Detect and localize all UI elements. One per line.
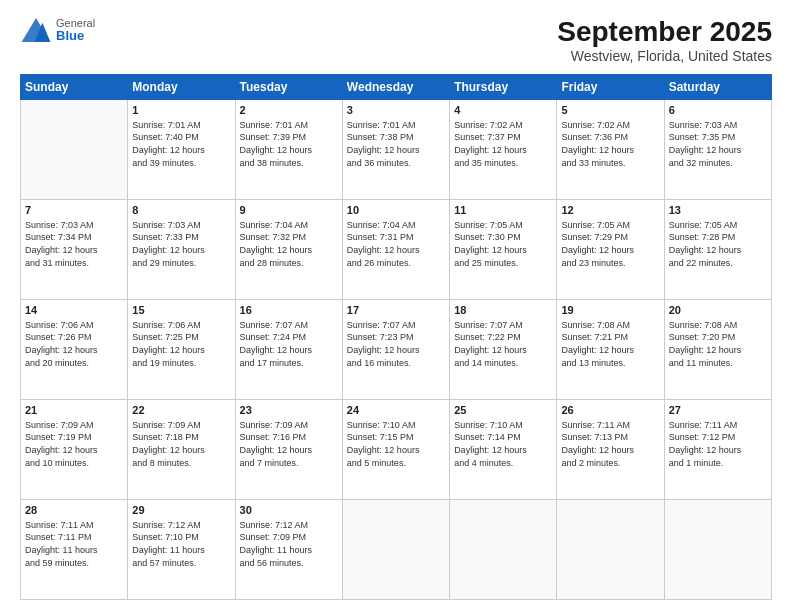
day-number: 26 — [561, 403, 659, 418]
day-number: 3 — [347, 103, 445, 118]
cell-info: Sunrise: 7:07 AM — [454, 319, 552, 332]
cell-info: Sunset: 7:24 PM — [240, 331, 338, 344]
cell-info: Daylight: 12 hours — [561, 344, 659, 357]
cell-info: Sunset: 7:29 PM — [561, 231, 659, 244]
day-number: 14 — [25, 303, 123, 318]
table-row — [557, 500, 664, 600]
table-row — [342, 500, 449, 600]
cell-info: and 1 minute. — [669, 457, 767, 470]
day-number: 5 — [561, 103, 659, 118]
cell-info: Sunrise: 7:06 AM — [132, 319, 230, 332]
cell-info: Daylight: 12 hours — [561, 444, 659, 457]
page: General Blue September 2025 Westview, Fl… — [0, 0, 792, 612]
cell-info: Sunset: 7:13 PM — [561, 431, 659, 444]
cell-info: and 31 minutes. — [25, 257, 123, 270]
cell-info: Daylight: 12 hours — [132, 444, 230, 457]
table-row: 22Sunrise: 7:09 AMSunset: 7:18 PMDayligh… — [128, 400, 235, 500]
cell-info: Sunrise: 7:01 AM — [132, 119, 230, 132]
table-row: 1Sunrise: 7:01 AMSunset: 7:40 PMDaylight… — [128, 100, 235, 200]
cell-info: and 4 minutes. — [454, 457, 552, 470]
cell-info: and 22 minutes. — [669, 257, 767, 270]
cell-info: Sunrise: 7:09 AM — [240, 419, 338, 432]
day-number: 16 — [240, 303, 338, 318]
table-row: 13Sunrise: 7:05 AMSunset: 7:28 PMDayligh… — [664, 200, 771, 300]
day-number: 27 — [669, 403, 767, 418]
cell-info: Sunrise: 7:11 AM — [669, 419, 767, 432]
cell-info: Sunset: 7:32 PM — [240, 231, 338, 244]
cell-info: and 33 minutes. — [561, 157, 659, 170]
cell-info: Daylight: 12 hours — [240, 144, 338, 157]
col-tuesday: Tuesday — [235, 75, 342, 100]
cell-info: and 25 minutes. — [454, 257, 552, 270]
table-row: 14Sunrise: 7:06 AMSunset: 7:26 PMDayligh… — [21, 300, 128, 400]
cell-info: Sunset: 7:30 PM — [454, 231, 552, 244]
logo-icon — [20, 16, 52, 44]
calendar-subtitle: Westview, Florida, United States — [557, 48, 772, 64]
table-row: 21Sunrise: 7:09 AMSunset: 7:19 PMDayligh… — [21, 400, 128, 500]
cell-info: and 28 minutes. — [240, 257, 338, 270]
cell-info: Sunset: 7:31 PM — [347, 231, 445, 244]
cell-info: and 16 minutes. — [347, 357, 445, 370]
cell-info: Sunset: 7:37 PM — [454, 131, 552, 144]
table-row: 23Sunrise: 7:09 AMSunset: 7:16 PMDayligh… — [235, 400, 342, 500]
cell-info: Daylight: 12 hours — [561, 244, 659, 257]
cell-info: Sunrise: 7:10 AM — [454, 419, 552, 432]
table-row: 29Sunrise: 7:12 AMSunset: 7:10 PMDayligh… — [128, 500, 235, 600]
cell-info: and 13 minutes. — [561, 357, 659, 370]
cell-info: and 14 minutes. — [454, 357, 552, 370]
cell-info: and 17 minutes. — [240, 357, 338, 370]
cell-info: Sunset: 7:26 PM — [25, 331, 123, 344]
cell-info: Sunrise: 7:11 AM — [25, 519, 123, 532]
cell-info: Sunrise: 7:10 AM — [347, 419, 445, 432]
cell-info: Sunset: 7:10 PM — [132, 531, 230, 544]
cell-info: and 19 minutes. — [132, 357, 230, 370]
cell-info: Sunrise: 7:09 AM — [25, 419, 123, 432]
cell-info: Sunset: 7:23 PM — [347, 331, 445, 344]
cell-info: Daylight: 12 hours — [347, 244, 445, 257]
cell-info: Sunset: 7:16 PM — [240, 431, 338, 444]
day-number: 8 — [132, 203, 230, 218]
cell-info: Daylight: 12 hours — [669, 444, 767, 457]
day-number: 18 — [454, 303, 552, 318]
cell-info: Daylight: 12 hours — [454, 444, 552, 457]
cell-info: Sunset: 7:21 PM — [561, 331, 659, 344]
cell-info: Sunrise: 7:06 AM — [25, 319, 123, 332]
table-row: 27Sunrise: 7:11 AMSunset: 7:12 PMDayligh… — [664, 400, 771, 500]
day-number: 29 — [132, 503, 230, 518]
cell-info: Sunset: 7:38 PM — [347, 131, 445, 144]
day-number: 1 — [132, 103, 230, 118]
day-number: 7 — [25, 203, 123, 218]
cell-info: and 7 minutes. — [240, 457, 338, 470]
cell-info: Sunrise: 7:03 AM — [25, 219, 123, 232]
cell-info: Sunrise: 7:09 AM — [132, 419, 230, 432]
cell-info: Daylight: 12 hours — [25, 244, 123, 257]
table-row: 16Sunrise: 7:07 AMSunset: 7:24 PMDayligh… — [235, 300, 342, 400]
cell-info: Sunset: 7:22 PM — [454, 331, 552, 344]
day-number: 6 — [669, 103, 767, 118]
cell-info: Sunset: 7:36 PM — [561, 131, 659, 144]
cell-info: Sunrise: 7:05 AM — [454, 219, 552, 232]
day-number: 15 — [132, 303, 230, 318]
table-row: 24Sunrise: 7:10 AMSunset: 7:15 PMDayligh… — [342, 400, 449, 500]
cell-info: and 59 minutes. — [25, 557, 123, 570]
cell-info: Sunrise: 7:11 AM — [561, 419, 659, 432]
cell-info: Daylight: 12 hours — [669, 344, 767, 357]
cell-info: Sunrise: 7:12 AM — [132, 519, 230, 532]
cell-info: Sunset: 7:35 PM — [669, 131, 767, 144]
cell-info: Sunrise: 7:02 AM — [561, 119, 659, 132]
cell-info: Daylight: 12 hours — [240, 244, 338, 257]
cell-info: Daylight: 11 hours — [132, 544, 230, 557]
day-number: 21 — [25, 403, 123, 418]
table-row: 19Sunrise: 7:08 AMSunset: 7:21 PMDayligh… — [557, 300, 664, 400]
logo-text: General Blue — [56, 17, 95, 43]
cell-info: and 8 minutes. — [132, 457, 230, 470]
cell-info: Daylight: 12 hours — [347, 144, 445, 157]
cell-info: and 26 minutes. — [347, 257, 445, 270]
cell-info: Daylight: 11 hours — [25, 544, 123, 557]
cell-info: Daylight: 12 hours — [25, 444, 123, 457]
table-row — [21, 100, 128, 200]
cell-info: Sunset: 7:25 PM — [132, 331, 230, 344]
cell-info: and 32 minutes. — [669, 157, 767, 170]
cell-info: Sunrise: 7:05 AM — [561, 219, 659, 232]
day-number: 13 — [669, 203, 767, 218]
